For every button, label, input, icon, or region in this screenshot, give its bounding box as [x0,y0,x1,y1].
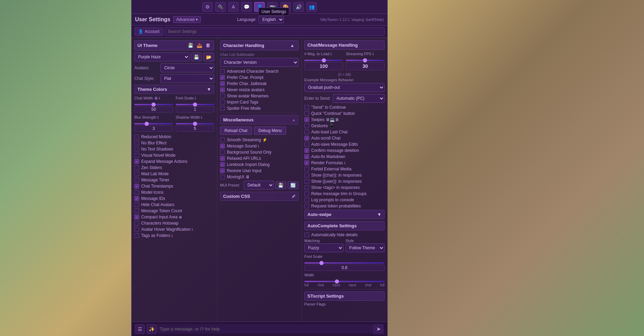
group-icon-btn[interactable]: 👥 [306,2,317,12]
auto-swipe-header[interactable]: Auto-swipe ▼ [304,210,385,219]
chat-style-select[interactable]: Flat [160,74,214,83]
cb-req-token-prob[interactable] [304,204,309,208]
cb-timestamps[interactable]: ✓ [134,184,139,189]
style-select[interactable]: Follow Theme [345,243,385,252]
account-tab[interactable]: 👤 Account [134,27,163,36]
char-handling-expand[interactable]: ▲ [289,43,295,48]
cb-model-icons[interactable] [134,190,139,195]
avatar-hover-info[interactable]: ℹ [192,228,193,231]
cb-msg-ids[interactable]: ✓ [134,196,139,201]
sound-icon-btn[interactable]: 🔊 [293,2,304,12]
theme-load-btn[interactable]: 📂 [203,52,214,61]
example-msg-select[interactable]: Gradual push-out [304,83,385,92]
cb-no-text-shadows[interactable] [134,147,139,152]
matching-select[interactable]: Fuzzy [304,243,343,252]
theme-save-btn[interactable]: 💾 [191,52,202,61]
cb-relaxed-api[interactable]: ✓ [220,156,225,161]
search-settings-input[interactable] [165,27,385,36]
cb-smooth-stream[interactable] [220,137,225,142]
cb-show-user[interactable] [304,179,309,184]
cb-auto-load[interactable] [304,130,309,134]
cb-adv-search[interactable] [220,69,225,74]
cb-send-continue[interactable] [304,105,309,110]
width-slider[interactable] [304,281,385,282]
cb-swipes[interactable]: ✓ [304,117,309,122]
font-icon-btn[interactable]: A [228,2,239,12]
debug-menu-btn[interactable]: Debug Menu [254,127,287,135]
tags-folders-info[interactable]: ℹ [171,234,173,238]
cb-gestures[interactable] [304,123,309,128]
cb-import-tags[interactable] [220,100,225,105]
cb-restore-input[interactable]: ✓ [220,168,225,173]
custom-css-expand-icon[interactable]: ⤢ [292,194,295,199]
formulas-info[interactable]: ℹ [344,161,345,165]
chat-input[interactable] [156,324,373,334]
chat-icon-btn[interactable]: 💬 [241,2,252,12]
cb-compact-input[interactable]: ✓ [134,215,139,219]
cb-bg-sound[interactable] [220,150,225,155]
plugins-icon-btn[interactable]: 🔌 [215,2,226,12]
cb-hotswap[interactable] [134,221,139,226]
wand-icon-btn[interactable]: ✨ [147,324,156,334]
blur-strength-slider[interactable] [134,123,173,124]
chat-width-info-icon[interactable]: ℹ [159,96,160,100]
cb-confirm-delete[interactable]: ✓ [304,148,309,153]
chat-width-slider[interactable] [134,104,173,105]
avatars-select[interactable]: Circle [160,63,214,72]
cb-tags-folders[interactable] [134,233,139,238]
blur-info-icon[interactable]: ℹ [157,116,159,119]
cb-auto-scroll[interactable]: ✓ [304,136,309,141]
cb-lorebook[interactable]: ✓ [220,162,225,167]
msg-to-load-slider[interactable] [304,60,343,61]
theme-save-icon[interactable]: 💾 [187,43,194,48]
cb-spoiler-free[interactable] [220,106,225,111]
enter-to-send-select[interactable]: Automatic (PC) [333,94,385,103]
shadow-width-slider[interactable] [176,123,215,124]
cb-zen-sliders[interactable] [134,165,139,170]
char-version-select[interactable]: Character Version [220,58,299,67]
menu-icon-btn[interactable]: ☰ [135,324,145,334]
cb-auto-save[interactable] [304,142,309,147]
mui-preset-select[interactable]: Default [244,181,274,190]
reload-chat-btn[interactable]: Reload Chat [220,127,252,135]
cb-hide-avatars[interactable] [134,202,139,207]
msg-sound-info[interactable]: ℹ [258,144,259,148]
cb-visual-novel[interactable] [134,153,139,158]
cb-show-tags[interactable] [304,185,309,190]
cb-forbid-external[interactable] [304,167,309,171]
cb-never-resize[interactable]: ✓ [220,87,225,92]
extensions-icon-btn[interactable]: ⚙ [202,2,212,12]
autocomplete-font-scale-slider[interactable] [304,262,385,264]
cb-auto-hide-details[interactable] [304,232,309,237]
mui-save-btn[interactable]: 💾 [275,181,286,189]
cb-quick-continue[interactable] [304,111,309,116]
theme-delete-icon[interactable]: 🗑 [205,43,211,48]
font-scale-info-icon[interactable]: ℹ [195,96,196,100]
cb-relax-trim[interactable] [304,191,309,196]
font-scale-slider[interactable] [176,104,215,105]
cb-reduced-motion[interactable] [134,134,139,139]
cb-expand-msg[interactable]: ✓ [134,159,139,164]
mui-refresh-btn[interactable]: 🔄 [288,181,299,189]
cb-token-count[interactable] [134,208,139,213]
cb-log-prompts[interactable] [304,197,309,202]
cb-avatar-hover[interactable] [134,227,139,232]
cb-auto-fix-md[interactable]: ✓ [304,154,309,159]
cb-msg-sound[interactable]: ✓ [220,144,225,148]
language-select[interactable]: English [258,16,284,23]
send-btn[interactable]: ➤ [373,324,384,334]
theme-export-icon[interactable]: 📤 [196,43,203,48]
cb-msg-timer[interactable] [134,178,139,182]
cb-show-filenames[interactable] [220,94,225,98]
streaming-fps-slider[interactable] [346,60,385,61]
cb-moving-ui[interactable] [220,175,225,179]
theme-colors-header[interactable]: Theme Colors ▼ [134,85,214,94]
advanced-dropdown-btn[interactable]: Advanced ▾ [173,16,201,23]
theme-dropdown[interactable]: Purple Haze [134,52,190,61]
msg-load-info[interactable]: ℹ [330,52,332,56]
shadow-info-icon[interactable]: ℹ [201,116,202,119]
cb-show-char[interactable] [304,173,309,178]
cb-prefer-prompt[interactable]: ✓ [220,75,225,80]
cb-prefer-jail[interactable]: ✓ [220,81,225,86]
fps-info[interactable]: ℹ [373,52,374,56]
